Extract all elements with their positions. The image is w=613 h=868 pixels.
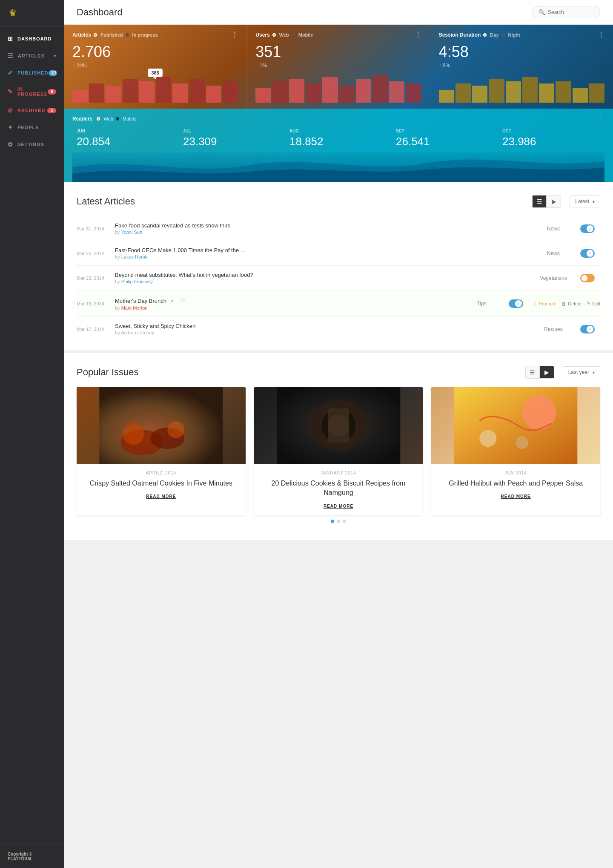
users-dot2 [292,33,295,37]
article-category: Tips [461,301,503,307]
crown-icon: ♛ [9,8,17,18]
issue-card-1: APRILE 2014 Crispy Salted Oatmeal Cookie… [77,387,246,515]
archived-icon: ⊘ [8,107,13,114]
article-author: by Yooni Suh [115,230,532,235]
grid-view-toggle[interactable]: ▶ [547,195,561,208]
session-more-icon[interactable]: ⋮ [598,31,604,39]
popular-issues-title: Popular Issues [77,367,525,378]
article-info: Beyond meat substitutes: What's hot in v… [115,272,532,284]
articles-dot1 [94,33,97,37]
author-link[interactable]: Mark Morton [121,305,148,310]
session-sub2: Night [508,32,520,37]
toggle-on[interactable] [580,325,595,333]
page-dot-3[interactable] [343,520,346,523]
author-link[interactable]: Lukas Horak [121,254,148,259]
issue-image-1 [77,387,246,464]
search-icon: 🔍 [539,9,545,15]
issue-image-3 [431,387,600,464]
issue-title: Crispy Salted Oatmeal Cookies In Five Mi… [83,479,239,488]
page-dot-1[interactable] [331,520,334,523]
search-input[interactable] [548,9,599,15]
toggle-on[interactable] [580,249,595,258]
article-info: Fake-food scandal revealed as tests show… [115,222,532,235]
read-more-button-2[interactable]: READ MORE [261,504,416,509]
issue-card-2: JANUARY 2014 20 Delicious Cookies & Bisc… [254,387,423,515]
sidebar-item-settings[interactable]: ✿ Settings [0,136,64,153]
article-title: Fast-Food CEOs Make 1,000 Times the Pay … [115,247,532,253]
month-value: 18.852 [289,135,387,148]
delete-button[interactable]: 🗑 Delete [561,301,581,306]
sidebar-item-articles[interactable]: ☰ Articles ▾ [0,47,64,64]
wave-svg [72,152,604,182]
table-row: Mar 17, 2014 Sweet, Sticky and Spicy Chi… [77,317,600,341]
popular-filter-dropdown[interactable]: Last year ▾ [563,366,600,378]
article-toggle[interactable] [575,224,600,233]
readers-months: JUN 20.854 JUL 23.309 AUG 18.852 SEP 26.… [72,129,604,152]
readers-header: Readers Web Mobile ⋮ [72,115,604,123]
popular-issues-section: Popular Issues ☰ ▶ Last year ▾ [64,353,613,540]
users-sub2: Mobile [298,32,313,37]
inprogress-icon: ✎ [8,88,13,95]
arrow-up-icon: ↑ [439,63,441,69]
article-author: by Mark Morton [115,305,461,310]
brand-name: PLATFORM [8,857,31,861]
readers-label: Readers [72,116,92,122]
articles-filter-dropdown[interactable]: Latest ▾ [570,195,600,207]
readers-dot1 [97,117,100,121]
bar-item [139,81,155,103]
issue-date: JUN 2014 [438,471,593,475]
author-link[interactable]: Yooni Suh [121,230,142,235]
sidebar-item-dashboard[interactable]: ⊞ Dashboard [0,30,64,47]
people-icon: ✦ [8,124,13,131]
month-aug: AUG 18.852 [285,129,392,152]
session-chart [439,73,604,103]
bar-item [389,81,404,103]
articles-sub2: In progress [132,32,158,37]
bar-item [356,79,371,103]
toggle-on[interactable] [509,299,523,308]
sidebar-item-inprogress[interactable]: ✎ In Progress 6 [0,81,64,102]
article-toggle[interactable] [575,325,600,333]
edit-button[interactable]: ✎ Edit [587,301,600,306]
issue-date: APRILE 2014 [83,471,239,475]
svg-rect-10 [454,387,578,464]
article-info: Sweet, Sticky and Spicy Chicken by Andre… [115,323,532,335]
page-dot-2[interactable] [337,520,340,523]
sidebar-item-archived[interactable]: ⊘ Archived 3 [0,102,64,119]
search-box[interactable]: 🔍 [532,6,600,18]
bar-item [189,79,205,103]
grid-view-toggle[interactable]: ▶ [540,366,554,379]
bar-item [339,86,355,103]
author-link[interactable]: Philip Francisty [121,279,153,284]
copyright-text: Copyright © [8,852,32,857]
list-view-toggle[interactable]: ☰ [532,195,547,208]
toggle-off[interactable] [580,274,595,282]
readers-dot2 [116,117,119,121]
svg-point-11 [522,396,556,430]
users-more-icon[interactable]: ⋮ [415,31,421,39]
list-view-toggle[interactable]: ☰ [525,366,540,379]
sidebar-footer: Copyright © PLATFORM [0,845,64,868]
sidebar-item-people[interactable]: ✦ People [0,119,64,136]
toggle-on[interactable] [580,224,595,233]
article-toggle[interactable] [575,249,600,258]
article-toggle[interactable] [575,274,600,282]
issue-img-svg [77,387,246,464]
articles-more-icon[interactable]: ⋮ [231,31,238,39]
issue-card-3: JUN 2014 Grilled Halibut with Peach and … [431,387,600,515]
article-toggle[interactable] [503,299,529,308]
star-icon: ☆ [533,301,537,306]
read-more-button-1[interactable]: READ MORE [83,494,239,499]
session-change: ↑ 9% [439,63,604,69]
sidebar-item-label: Published [17,70,49,75]
read-more-button-3[interactable]: READ MORE [438,494,593,499]
readers-more-icon[interactable]: ⋮ [598,115,604,123]
stats-dashboard: Articles Published In progress ⋮ 2.706 ↑… [64,25,613,182]
promote-button[interactable]: ☆ Promote [533,301,557,306]
sidebar-item-published[interactable]: ✔ Published 83 [0,64,64,81]
bar-item [406,83,421,103]
users-bars [255,77,421,103]
month-sep: SEP 26.541 [392,129,498,152]
session-sub1: Day [490,32,498,37]
users-value: 351 [255,43,421,61]
